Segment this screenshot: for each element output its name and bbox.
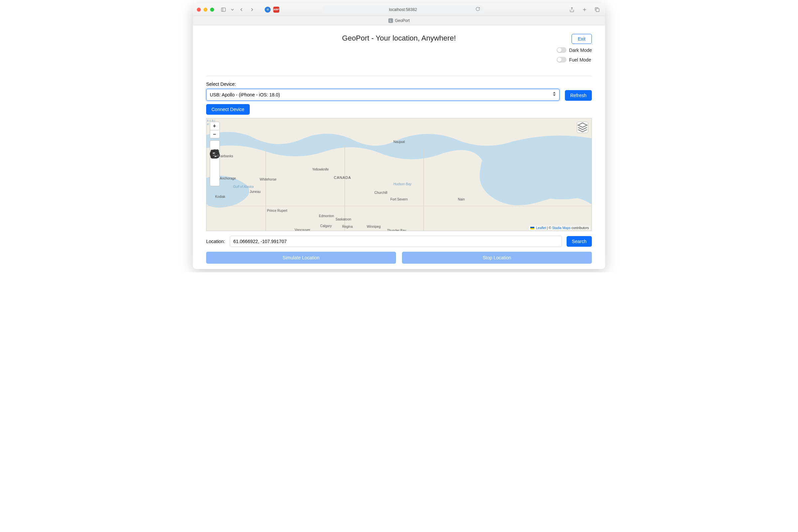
page-content: GeoPort - Your location, Anywhere! Exit … — [193, 25, 605, 269]
map-label-gulf-alaska: Gulf of Alaska — [233, 185, 254, 189]
map-label-saskatoon: Saskatoon — [336, 217, 351, 221]
map-controls: + − — [210, 122, 220, 186]
dark-mode-row: Dark Mode — [557, 47, 592, 53]
browser-window: ⊙ ABP localhost:58382 L GeoPort GeoPort … — [193, 3, 605, 269]
forward-button[interactable] — [248, 6, 256, 14]
extension-icon-2[interactable]: ABP — [273, 7, 279, 13]
leaflet-link[interactable]: Leaflet — [536, 226, 546, 230]
layers-button[interactable] — [577, 122, 588, 133]
device-select-wrap: USB: Apollo - (iPhone - iOS: 18.0) — [206, 89, 559, 101]
connect-device-button[interactable]: Connect Device — [206, 104, 250, 115]
map-label-nain: Nain — [458, 197, 465, 201]
tab-favicon: L — [388, 18, 393, 23]
tabs-overview-icon[interactable] — [593, 6, 601, 14]
map-attribution: Leaflet | © Stadia Maps contributors — [529, 226, 590, 230]
close-window-button[interactable] — [197, 8, 201, 12]
map-tools — [210, 140, 220, 186]
extension-icon-1[interactable]: ⊙ — [265, 7, 271, 13]
fuel-mode-row: Fuel Mode — [557, 57, 592, 62]
action-row: Simulate Location Stop Location — [206, 252, 592, 264]
stop-location-button[interactable]: Stop Location — [402, 252, 592, 264]
map-label-churchill: Churchill — [374, 191, 387, 194]
separator — [206, 76, 592, 76]
map-tiles — [207, 118, 591, 231]
device-row: USB: Apollo - (iPhone - iOS: 18.0) Refre… — [206, 89, 592, 101]
map-label-thunder-bay: Thunder Bay — [387, 229, 406, 231]
map-label-e: e — [207, 122, 209, 126]
map[interactable]: k c h i e Fairbanks Anchorage Juneau Kod… — [206, 118, 592, 231]
search-button[interactable]: Search — [567, 236, 592, 247]
dark-mode-label: Dark Mode — [569, 48, 592, 53]
tab-title[interactable]: GeoPort — [395, 18, 410, 23]
dropdown-chevron-icon[interactable] — [230, 6, 235, 14]
map-label-hudson: Hudson Bay — [393, 182, 411, 186]
url-bar[interactable]: localhost:58382 — [323, 5, 483, 14]
minimize-window-button[interactable] — [204, 8, 208, 12]
map-label-naujaat: Naujaat — [393, 140, 405, 144]
traffic-lights — [197, 8, 214, 12]
map-label-regina: Regina — [342, 225, 353, 228]
map-label-edmonton: Edmonton — [319, 214, 334, 218]
sidebar-toggle-icon[interactable] — [220, 6, 227, 14]
stadia-link[interactable]: Stadia Maps — [552, 226, 571, 230]
ukraine-flag-icon — [530, 227, 534, 229]
map-label-prince-rupert: Prince Rupert — [267, 209, 287, 212]
map-label-whitehorse: Whitehorse — [260, 177, 277, 181]
map-label-juneau: Juneau — [250, 190, 261, 193]
map-label-canada: CANADA — [334, 175, 351, 179]
location-row: Location: Search — [206, 236, 592, 247]
share-icon[interactable] — [568, 6, 576, 14]
map-label-calgary: Calgary — [320, 224, 331, 228]
map-label-fort-severn: Fort Severn — [391, 197, 407, 201]
location-input[interactable] — [230, 236, 562, 247]
map-label-winnipeg: Winnipeg — [367, 225, 381, 228]
titlebar: ⊙ ABP localhost:58382 — [193, 3, 605, 16]
exit-button[interactable]: Exit — [572, 34, 592, 44]
url-text: localhost:58382 — [389, 7, 417, 12]
simulate-location-button[interactable]: Simulate Location — [206, 252, 396, 264]
map-label-kodiak: Kodiak — [215, 195, 225, 198]
mode-toggles: Dark Mode Fuel Mode — [557, 47, 592, 62]
svg-rect-0 — [222, 8, 225, 11]
dark-mode-toggle[interactable] — [557, 47, 567, 53]
map-label-anchorage: Anchorage — [220, 176, 236, 180]
svg-marker-16 — [578, 123, 587, 127]
svg-rect-5 — [596, 8, 599, 11]
new-tab-icon[interactable] — [581, 6, 589, 14]
map-label-yellowknife: Yellowknife — [312, 168, 329, 171]
map-label-fairbanks: Fairbanks — [218, 154, 233, 158]
reload-icon[interactable] — [475, 7, 480, 12]
fuel-mode-toggle[interactable] — [557, 57, 567, 62]
refresh-button[interactable]: Refresh — [565, 90, 592, 101]
location-label: Location: — [206, 239, 225, 244]
device-select[interactable]: USB: Apollo - (iPhone - iOS: 18.0) — [206, 89, 559, 101]
back-button[interactable] — [238, 6, 245, 14]
select-device-label: Select Device: — [206, 81, 592, 87]
fullscreen-window-button[interactable] — [210, 8, 214, 12]
trash-icon[interactable] — [211, 178, 218, 185]
page-title: GeoPort - Your location, Anywhere! — [342, 34, 456, 42]
fuel-mode-label: Fuel Mode — [569, 57, 591, 62]
tab-bar: L GeoPort — [193, 16, 605, 25]
map-label-vancouver: Vancouver — [294, 228, 310, 231]
page-header: GeoPort - Your location, Anywhere! Exit — [206, 34, 592, 42]
